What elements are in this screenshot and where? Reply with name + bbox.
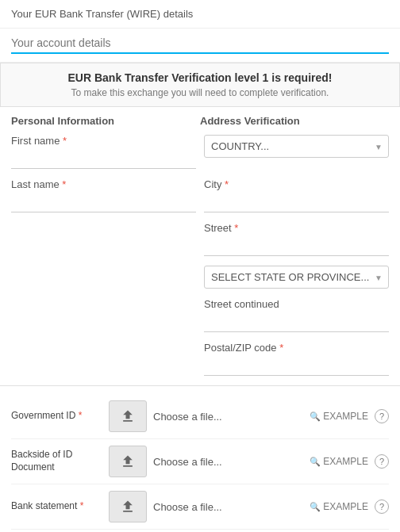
empty-left-postal	[11, 342, 196, 376]
account-input[interactable]	[11, 33, 389, 54]
bank-statement-example-link[interactable]: 🔍 EXAMPLE	[310, 501, 368, 512]
alert-box: EUR Bank Transfer Verification level 1 i…	[0, 63, 400, 107]
state-select-wrapper: SELECT STATE OR PROVINCE...	[204, 266, 389, 289]
government-id-upload-btn[interactable]	[109, 400, 147, 432]
empty-left-state	[11, 266, 196, 289]
upload-row-bank-statement: Bank statement * Choose a file... 🔍 EXAM…	[11, 484, 389, 530]
state-select[interactable]: SELECT STATE OR PROVINCE...	[204, 266, 389, 289]
top-bar-text: Your EUR Bank Transfer (WIRE) details	[11, 8, 193, 20]
upload-icon	[120, 499, 136, 515]
street-continued-label: Street continued	[204, 298, 389, 310]
country-select[interactable]: COUNTRY...	[204, 135, 389, 158]
account-input-section	[0, 29, 400, 63]
postal-input[interactable]	[204, 357, 389, 376]
last-name-label: Last name *	[11, 178, 196, 190]
country-select-wrapper: COUNTRY...	[204, 135, 389, 158]
street-label: Street *	[204, 222, 389, 234]
street-continued-field-wrap: Street continued	[204, 298, 389, 332]
city-field-wrap: City *	[204, 178, 389, 212]
address-verification-header: Address Verification	[200, 115, 389, 127]
backside-id-upload-btn[interactable]	[109, 446, 147, 477]
city-label: City *	[204, 178, 389, 190]
first-name-required: *	[63, 135, 67, 147]
row-state: SELECT STATE OR PROVINCE...	[11, 266, 389, 289]
row-street: Street *	[11, 222, 389, 256]
postal-required: *	[279, 342, 283, 354]
empty-left-street	[11, 222, 196, 256]
upload-row-backside-id: Backside of ID Document Choose a file...…	[11, 439, 389, 484]
street-continued-input[interactable]	[204, 313, 389, 332]
government-id-label: Government ID *	[11, 410, 102, 423]
street-field-wrap: Street *	[204, 222, 389, 256]
upload-icon	[120, 408, 136, 424]
form-headers: Personal Information Address Verificatio…	[11, 115, 389, 127]
street-required: *	[234, 222, 238, 234]
first-name-input[interactable]	[11, 150, 196, 169]
row-postal: Postal/ZIP code *	[11, 342, 389, 376]
top-bar: Your EUR Bank Transfer (WIRE) details	[0, 0, 400, 29]
form-section: Personal Information Address Verificatio…	[0, 115, 400, 376]
city-input[interactable]	[204, 193, 389, 212]
search-icon: 🔍	[310, 502, 321, 512]
postal-label: Postal/ZIP code *	[204, 342, 389, 354]
upload-icon	[120, 454, 136, 469]
row-firstname-country: First name * COUNTRY...	[11, 135, 389, 169]
state-field-wrap: SELECT STATE OR PROVINCE...	[204, 266, 389, 289]
last-name-field-wrap: Last name *	[11, 178, 196, 212]
bank-statement-upload-btn[interactable]	[109, 491, 147, 522]
first-name-label: First name *	[11, 135, 196, 147]
alert-subtitle: To make this exchange you will need to c…	[12, 87, 388, 98]
row-street-continued: Street continued	[11, 298, 389, 332]
backside-id-choose-text: Choose a file...	[153, 456, 303, 468]
personal-info-header: Personal Information	[11, 115, 200, 127]
empty-left-street-cont	[11, 298, 196, 332]
government-id-choose-text: Choose a file...	[153, 411, 303, 423]
divider	[0, 385, 400, 386]
country-field-wrap: COUNTRY...	[204, 135, 389, 169]
backside-id-help-icon[interactable]: ?	[375, 454, 389, 469]
last-name-required: *	[62, 178, 66, 190]
search-icon: 🔍	[310, 411, 321, 422]
bank-statement-choose-text: Choose a file...	[153, 501, 303, 513]
bank-statement-label: Bank statement *	[11, 500, 102, 513]
postal-field-wrap: Postal/ZIP code *	[204, 342, 389, 376]
city-required: *	[225, 178, 229, 190]
alert-title: EUR Bank Transfer Verification level 1 i…	[12, 71, 388, 84]
row-lastname-city: Last name * City *	[11, 178, 389, 212]
government-id-example-link[interactable]: 🔍 EXAMPLE	[310, 411, 368, 422]
search-icon: 🔍	[310, 457, 321, 467]
backside-id-label: Backside of ID Document	[11, 449, 102, 473]
first-name-field-wrap: First name *	[11, 135, 196, 169]
bank-statement-help-icon[interactable]: ?	[375, 499, 389, 514]
government-id-help-icon[interactable]: ?	[375, 409, 389, 423]
upload-section: Government ID * Choose a file... 🔍 EXAMP…	[0, 394, 400, 530]
street-input[interactable]	[204, 237, 389, 256]
upload-row-government-id: Government ID * Choose a file... 🔍 EXAMP…	[11, 394, 389, 439]
backside-id-example-link[interactable]: 🔍 EXAMPLE	[310, 456, 368, 467]
last-name-input[interactable]	[11, 193, 196, 212]
